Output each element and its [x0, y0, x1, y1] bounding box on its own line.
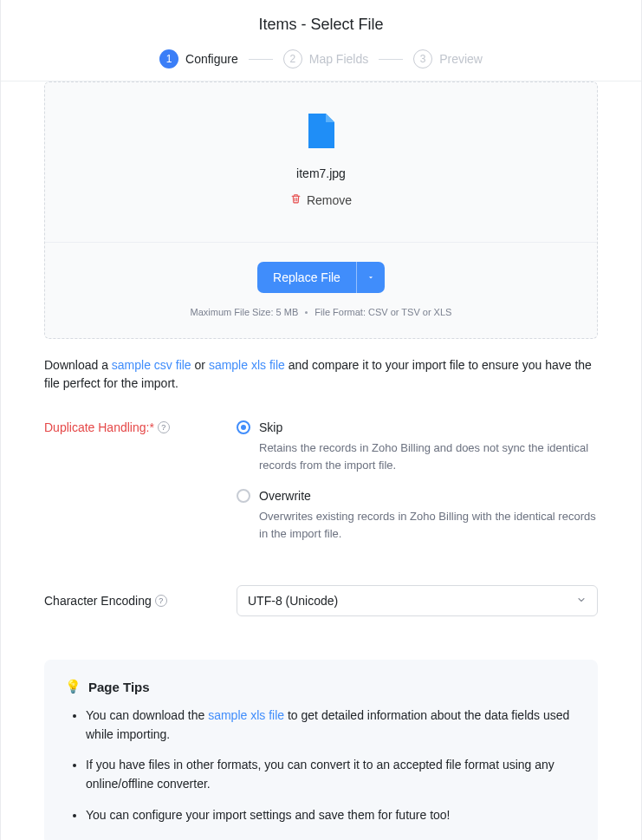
trash-icon	[290, 192, 302, 207]
radio-skip-desc: Retains the records in Zoho Billing and …	[259, 440, 598, 473]
step-1-label: Configure	[185, 52, 238, 66]
file-action-area: Replace File Maximum File Size: 5 MB Fil…	[45, 243, 597, 338]
radio-option-skip: Skip Retains the records in Zoho Billing…	[237, 420, 598, 473]
radio-option-overwrite: Overwrite Overwrites existing records in…	[237, 489, 598, 542]
character-encoding-select[interactable]: UTF-8 (Unicode)	[237, 585, 598, 616]
radio-overwrite-label: Overwrite	[259, 489, 311, 503]
tip-item: You can download the sample xls file to …	[86, 707, 577, 744]
character-encoding-label-text: Character Encoding	[44, 594, 152, 608]
download-text: Download a	[44, 358, 112, 372]
character-encoding-row: Character Encoding ? UTF-8 (Unicode)	[44, 585, 598, 616]
sample-xls-link[interactable]: sample xls file	[209, 358, 285, 372]
max-file-size-hint: Maximum File Size: 5 MB	[191, 307, 299, 317]
download-text-or: or	[191, 358, 209, 372]
step-map-fields[interactable]: 2 Map Fields	[283, 49, 368, 68]
file-hints: Maximum File Size: 5 MB File Format: CSV…	[62, 307, 580, 317]
bulb-icon: 💡	[65, 679, 81, 694]
character-encoding-body: UTF-8 (Unicode)	[237, 585, 598, 616]
stepper: 1 Configure 2 Map Fields 3 Preview	[18, 34, 624, 81]
duplicate-handling-label: Duplicate Handling:* ?	[44, 420, 237, 434]
content: item7.jpg Remove Replace File	[1, 81, 641, 840]
tip-sample-xls-link[interactable]: sample xls file	[208, 708, 284, 722]
download-sample-line: Download a sample csv file or sample xls…	[44, 356, 598, 393]
step-1-badge: 1	[159, 49, 178, 68]
page-root: Items - Select File 1 Configure 2 Map Fi…	[0, 0, 642, 840]
step-3-label: Preview	[439, 52, 483, 66]
page-title: Items - Select File	[18, 16, 624, 34]
page-tips-card: 💡 Page Tips You can download the sample …	[44, 660, 598, 840]
step-3-badge: 3	[413, 49, 432, 68]
replace-file-dropdown[interactable]	[356, 262, 385, 293]
hint-dot-separator	[305, 311, 308, 314]
duplicate-handling-label-text: Duplicate Handling:*	[44, 420, 154, 434]
file-preview-area: item7.jpg Remove	[45, 82, 597, 243]
radio-overwrite-desc: Overwrites existing records in Zoho Bill…	[259, 508, 598, 542]
sample-csv-link[interactable]: sample csv file	[112, 358, 191, 372]
page-tips-list: You can download the sample xls file to …	[65, 707, 577, 824]
tip-item: If you have files in other formats, you …	[86, 756, 577, 793]
radio-icon	[237, 420, 250, 434]
remove-file-label: Remove	[307, 193, 352, 207]
duplicate-handling-options: Skip Retains the records in Zoho Billing…	[237, 420, 598, 557]
tip-item: You can configure your import settings a…	[86, 806, 577, 825]
file-format-hint: File Format: CSV or TSV or XLS	[315, 307, 451, 317]
help-icon[interactable]: ?	[158, 421, 170, 433]
tip-text: You can download the	[86, 708, 208, 722]
step-configure[interactable]: 1 Configure	[159, 49, 238, 68]
page-tips-heading-text: Page Tips	[88, 680, 150, 694]
replace-file-button[interactable]: Replace File	[257, 262, 356, 293]
replace-file-group: Replace File	[257, 262, 385, 293]
character-encoding-label: Character Encoding ?	[44, 594, 237, 608]
step-preview[interactable]: 3 Preview	[413, 49, 483, 68]
step-separator	[379, 59, 403, 60]
help-icon[interactable]: ?	[155, 595, 167, 607]
step-separator	[249, 59, 273, 60]
file-drop-card: item7.jpg Remove Replace File	[44, 81, 598, 339]
radio-overwrite[interactable]: Overwrite	[237, 489, 598, 503]
duplicate-handling-row: Duplicate Handling:* ? Skip Retains the …	[44, 420, 598, 557]
page-tips-heading: 💡 Page Tips	[65, 679, 577, 694]
character-encoding-value: UTF-8 (Unicode)	[248, 594, 338, 608]
chevron-down-icon	[576, 594, 587, 608]
remove-file-button[interactable]: Remove	[290, 192, 352, 207]
radio-skip-label: Skip	[259, 420, 282, 434]
step-2-label: Map Fields	[309, 52, 368, 66]
step-2-badge: 2	[283, 49, 302, 68]
header: Items - Select File 1 Configure 2 Map Fi…	[1, 0, 641, 81]
file-icon	[308, 114, 334, 151]
radio-skip[interactable]: Skip	[237, 420, 598, 434]
radio-icon	[237, 489, 250, 503]
uploaded-file-name: item7.jpg	[62, 166, 580, 180]
